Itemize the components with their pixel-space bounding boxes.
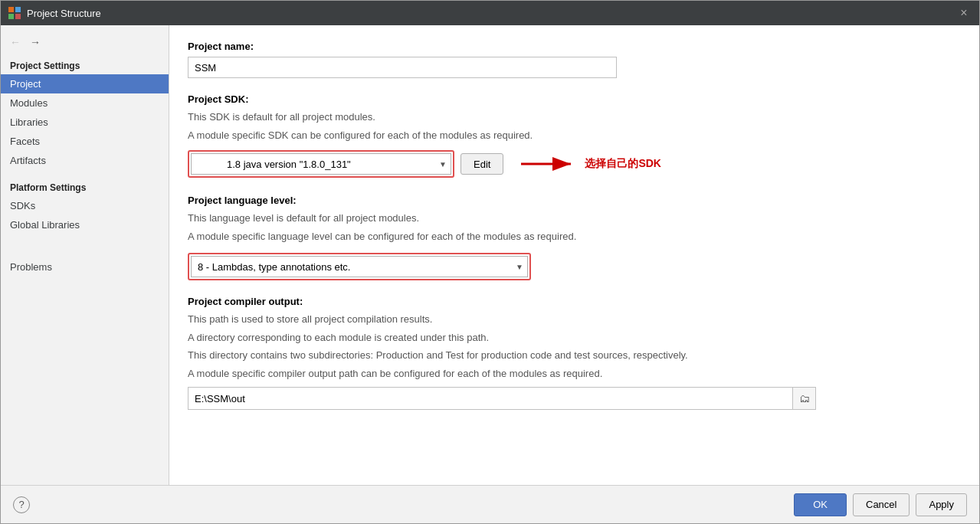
language-select-wrapper: 8 - Lambdas, type annotations etc. ▼ <box>188 253 531 280</box>
project-name-label: Project name: <box>188 41 961 52</box>
sdk-value-text: 1.8 java version "1.8.0_131" <box>213 159 351 170</box>
project-language-section: Project language level: This language le… <box>188 195 961 280</box>
folder-browse-button[interactable]: 🗂 <box>792 388 815 409</box>
project-language-label: Project language level: <box>188 195 961 206</box>
help-button[interactable]: ? <box>13 496 30 513</box>
folder-browse-icon: 🗂 <box>799 392 810 404</box>
sidebar-item-facets[interactable]: Facets <box>1 132 169 151</box>
compiler-desc1: This path is used to store all project c… <box>188 312 961 327</box>
sidebar-item-global-libraries[interactable]: Global Libraries <box>1 215 169 234</box>
compiler-desc2: A directory corresponding to each module… <box>188 330 961 346</box>
sidebar-item-problems[interactable]: Problems <box>1 257 169 277</box>
compiler-desc3: This directory contains two subdirectori… <box>188 348 961 363</box>
sidebar-item-libraries-label: Libraries <box>10 116 48 128</box>
lang-dropdown[interactable]: 8 - Lambdas, type annotations etc. ▼ <box>191 256 528 277</box>
sdk-desc2: A module specific SDK can be configured … <box>188 128 961 143</box>
cancel-button[interactable]: Cancel <box>853 493 910 516</box>
sidebar-divider2 <box>1 234 169 242</box>
sidebar-item-libraries[interactable]: Libraries <box>1 113 169 132</box>
svg-rect-0 <box>8 7 14 12</box>
dialog-title: Project Structure <box>27 8 101 19</box>
sdk-row: 🗂 1.8 java version "1.8.0_131" ▼ Edit <box>188 149 961 179</box>
forward-button[interactable]: → <box>27 34 44 50</box>
sidebar-item-global-libraries-label: Global Libraries <box>10 219 80 231</box>
svg-rect-1 <box>15 7 21 12</box>
sidebar-item-facets-label: Facets <box>10 136 40 147</box>
titlebar-left: Project Structure <box>8 7 101 19</box>
svg-rect-3 <box>15 14 21 19</box>
sdk-select-wrapper: 🗂 1.8 java version "1.8.0_131" ▼ <box>188 150 454 178</box>
sidebar-item-project-label: Project <box>10 78 41 90</box>
lang-desc2: A module specific language level can be … <box>188 229 961 244</box>
red-arrow-svg <box>517 149 578 179</box>
lang-value-text: 8 - Lambdas, type annotations etc. <box>198 261 350 273</box>
project-sdk-section: Project SDK: This SDK is default for all… <box>188 93 961 179</box>
footer-right: OK Cancel Apply <box>794 493 967 516</box>
sdk-select-inner[interactable]: 1.8 java version "1.8.0_131" <box>191 153 451 175</box>
titlebar: Project Structure × <box>1 1 979 25</box>
sidebar-item-artifacts[interactable]: Artifacts <box>1 151 169 170</box>
ok-button[interactable]: OK <box>794 493 847 516</box>
compiler-output-section: Project compiler output: This path is us… <box>188 296 961 410</box>
sidebar-item-sdks-label: SDKs <box>10 200 35 211</box>
sidebar-divider <box>1 170 169 178</box>
content-area: ← → Project Settings Project Modules Lib… <box>1 25 979 485</box>
project-settings-label: Project Settings <box>1 56 169 74</box>
sdk-edit-button[interactable]: Edit <box>461 153 503 175</box>
project-name-section: Project name: <box>188 41 961 78</box>
back-button[interactable]: ← <box>7 34 24 50</box>
sidebar-item-sdks[interactable]: SDKs <box>1 196 169 215</box>
compiler-output-input-wrapper: 🗂 <box>188 387 816 410</box>
close-button[interactable]: × <box>956 5 972 21</box>
footer-left: ? <box>13 496 30 513</box>
sidebar-nav: ← → <box>1 31 169 56</box>
sidebar: ← → Project Settings Project Modules Lib… <box>1 25 169 485</box>
arrow-annotation: 选择自己的SDK <box>517 149 661 179</box>
main-content: Project name: Project SDK: This SDK is d… <box>169 25 979 485</box>
compiler-desc4: A module specific compiler output path c… <box>188 366 961 382</box>
compiler-output-label: Project compiler output: <box>188 296 961 307</box>
svg-rect-2 <box>8 14 14 19</box>
sidebar-item-project[interactable]: Project <box>1 74 169 93</box>
sidebar-item-problems-label: Problems <box>10 261 52 273</box>
sidebar-item-modules[interactable]: Modules <box>1 93 169 113</box>
sidebar-item-modules-label: Modules <box>10 97 48 109</box>
sidebar-item-artifacts-label: Artifacts <box>10 155 46 166</box>
annotation-text: 选择自己的SDK <box>585 157 661 171</box>
footer: ? OK Cancel Apply <box>1 485 979 523</box>
sdk-desc1: This SDK is default for all project modu… <box>188 110 961 125</box>
apply-button[interactable]: Apply <box>916 493 967 516</box>
app-icon <box>8 7 21 19</box>
lang-desc1: This language level is default for all p… <box>188 211 961 226</box>
problems-section: Problems <box>1 257 169 277</box>
project-name-input[interactable] <box>188 57 617 78</box>
project-structure-dialog: Project Structure × ← → Project Settings… <box>0 0 980 524</box>
project-sdk-label: Project SDK: <box>188 93 961 105</box>
compiler-output-input[interactable] <box>188 388 792 409</box>
sdk-dropdown-wrapper[interactable]: 🗂 1.8 java version "1.8.0_131" ▼ <box>191 153 451 175</box>
lang-select-inner[interactable]: 8 - Lambdas, type annotations etc. <box>191 256 528 277</box>
platform-settings-label: Platform Settings <box>1 178 169 196</box>
